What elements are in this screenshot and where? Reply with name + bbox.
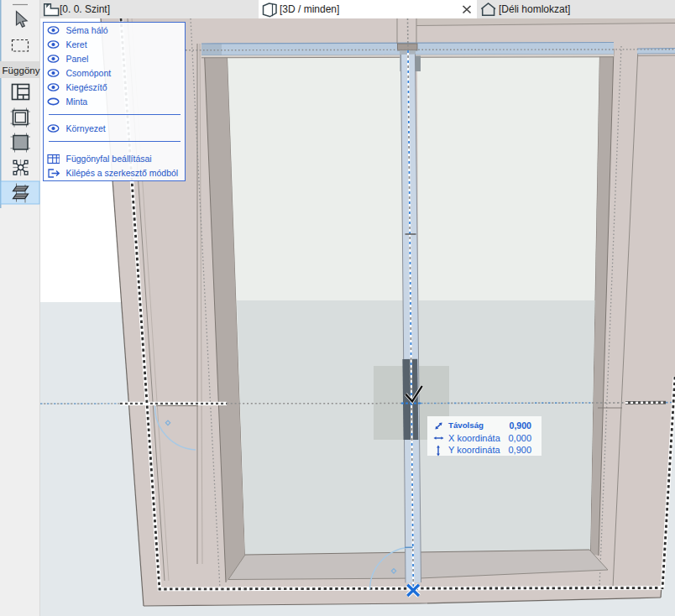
svg-text:Függöny: Függöny xyxy=(3,65,40,76)
